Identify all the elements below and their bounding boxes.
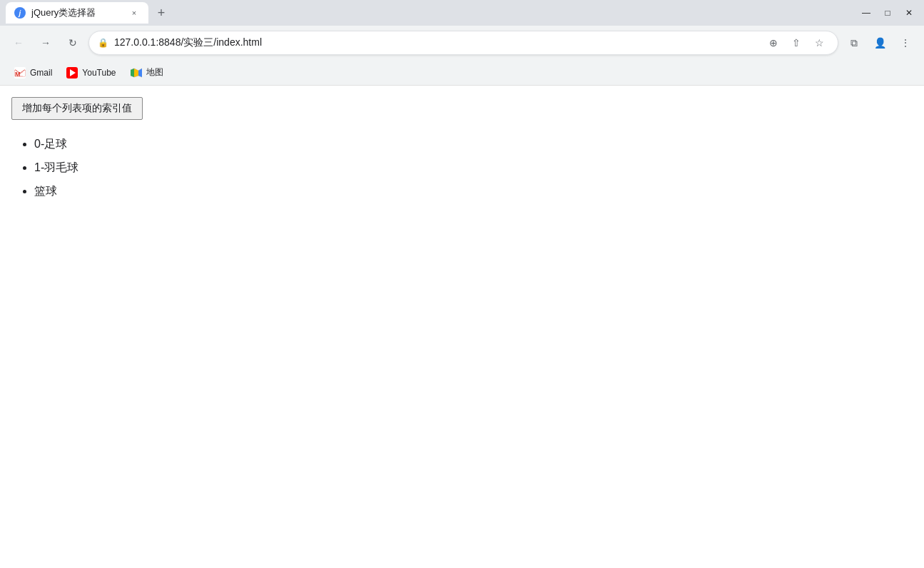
bookmark-button[interactable]: ☆ (809, 33, 829, 53)
svg-marker-5 (138, 69, 142, 77)
sport-list: 0-足球 1-羽毛球 篮球 (11, 134, 913, 201)
svg-text:M: M (15, 71, 21, 78)
maps-icon (131, 67, 142, 78)
bookmark-gmail[interactable]: M Gmail (9, 64, 58, 81)
youtube-label: YouTube (82, 68, 116, 78)
browser-tab[interactable]: j jQuery类选择器 × (6, 2, 148, 24)
list-item: 1-羽毛球 (34, 158, 913, 178)
refresh-button[interactable]: ↻ (61, 31, 84, 54)
page-content: 增加每个列表项的索引值 0-足球 1-羽毛球 篮球 (0, 86, 924, 568)
navigation-bar: ← → ↻ 🔒 127.0.0.1:8848/实验三/index.html ⊕ … (0, 26, 924, 60)
svg-marker-4 (134, 69, 138, 77)
profile-button[interactable]: 👤 (868, 31, 891, 54)
gmail-icon: M (14, 67, 26, 78)
tab-favicon: j (14, 7, 26, 19)
zoom-button[interactable]: ⊕ (763, 33, 783, 53)
gmail-label: Gmail (30, 68, 52, 78)
youtube-icon (66, 67, 78, 78)
minimize-button[interactable]: — (857, 4, 875, 22)
list-item: 篮球 (34, 181, 913, 202)
new-tab-button[interactable]: + (151, 3, 171, 23)
address-bar[interactable]: 🔒 127.0.0.1:8848/实验三/index.html ⊕ ⇧ ☆ (88, 31, 838, 55)
svg-marker-3 (131, 69, 134, 77)
add-index-button[interactable]: 增加每个列表项的索引值 (11, 97, 143, 120)
bookmark-maps[interactable]: 地图 (125, 64, 169, 81)
tab-close-button[interactable]: × (128, 7, 140, 19)
maximize-button[interactable]: □ (878, 4, 897, 22)
tab-title: jQuery类选择器 (31, 6, 123, 19)
bookmarks-bar: M Gmail YouTube 地图 (0, 60, 924, 86)
close-button[interactable]: ✕ (900, 4, 918, 22)
back-button[interactable]: ← (7, 31, 30, 54)
share-button[interactable]: ⇧ (786, 33, 806, 53)
list-item: 0-足球 (34, 134, 913, 155)
forward-button[interactable]: → (34, 31, 57, 54)
split-view-button[interactable]: ⧉ (843, 31, 865, 54)
menu-button[interactable]: ⋮ (894, 31, 917, 54)
address-text: 127.0.0.1:8848/实验三/index.html (114, 36, 758, 49)
security-icon: 🔒 (98, 38, 108, 48)
bookmark-youtube[interactable]: YouTube (61, 64, 121, 81)
maps-label: 地图 (146, 66, 163, 78)
